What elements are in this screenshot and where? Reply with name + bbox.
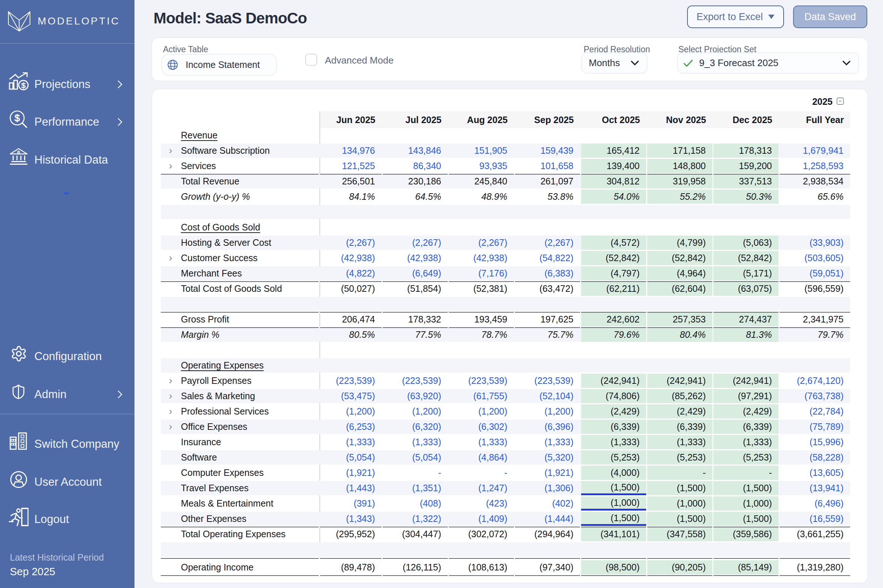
svg-text:$: $ <box>21 81 26 90</box>
svg-text:$: $ <box>15 112 20 123</box>
